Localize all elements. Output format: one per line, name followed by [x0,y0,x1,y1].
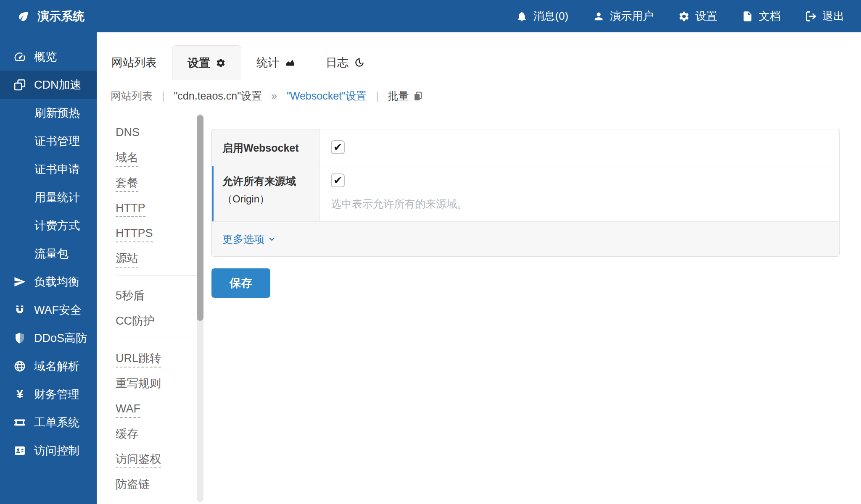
app-brand: 演示系统 [17,8,85,24]
more-options-link[interactable]: 更多选项 [222,232,275,246]
sidebar-item-label: 流量包 [34,246,69,261]
menu-divider [116,338,199,338]
allow-origins-label: 允许所有来源域 [222,173,319,189]
breadcrumb-site-settings[interactable]: "cdn.teaos.cn"设置 [174,89,262,103]
sidebar-item-traffic-pack[interactable]: 流量包 [0,239,97,268]
main-content: 网站列表 设置 统计 日志 网站列表 | "cdn.teaos.cn"设置 » … [97,32,861,504]
topbar-settings[interactable]: 设置 [678,9,717,24]
sidebar-item-load-balance[interactable]: 负载均衡 [0,268,97,296]
more-options-label: 更多选项 [222,232,264,246]
sidebar-item-dns-resolve[interactable]: 域名解析 [0,352,97,380]
topbar-messages-label: 消息(0) [533,9,568,24]
sidebar-item-label: 财务管理 [34,387,79,402]
tab-label: 设置 [188,55,210,71]
bell-icon [516,10,528,22]
panel-footer: 更多选项 [212,222,839,256]
tab-stats[interactable]: 统计 [241,45,311,80]
sidebar-item-access-control[interactable]: 访问控制 [0,436,97,465]
user-icon [593,10,605,22]
history-icon [354,57,365,68]
sidebar-item-cdn[interactable]: CDN加速 [0,71,97,99]
gauge-icon [13,50,27,63]
sidebar-item-tickets[interactable]: 工单系统 [0,408,97,436]
gear-icon [216,58,226,68]
menu-divider [116,275,199,276]
sidebar-item-label: 刷新预热 [34,105,80,121]
sidebar-item-ddos[interactable]: DDoS高防 [0,324,97,352]
gear-icon [678,10,690,22]
form-label-cell: 允许所有来源域 （Origin） [212,166,320,221]
brand-label: 演示系统 [37,8,85,24]
sidebar-item-usage-stats[interactable]: 用量统计 [0,183,97,211]
tab-logs[interactable]: 日志 [311,45,380,80]
sidebar-item-waf[interactable]: WAF安全 [0,296,97,324]
form-value-cell: ✔ [320,129,839,166]
chevron-down-icon [268,236,275,243]
settings-panel: 启用Websocket ✔ 允许所有来源域 （Origin） [211,129,840,257]
settings-menu: DNS 域名 套餐 HTTP HTTPS 源站 5秒盾 CC防护 URL跳转 重… [111,124,211,502]
allow-origins-help: 选中表示允许所有的来源域。 [331,197,839,211]
sidebar-item-label: DDoS高防 [34,331,87,346]
sidebar-item-label: 证书申请 [34,162,80,177]
document-icon [742,10,753,22]
tab-settings[interactable]: 设置 [172,45,241,80]
batch-label: 批量 [388,89,409,103]
topbar: 演示系统 消息(0) 演示用户 设置 文档 [0,0,861,32]
ticket-icon [13,416,27,429]
sidebar-item-finance[interactable]: ¥ 财务管理 [0,380,97,408]
globe-icon [13,360,27,373]
allow-all-origins-checkbox[interactable]: ✔ [331,173,345,187]
checkmark-icon: ✔ [333,142,342,152]
topbar-logout-label: 退出 [822,9,844,24]
save-button[interactable]: 保存 [211,268,270,298]
sidebar-item-refresh-preheat[interactable]: 刷新预热 [0,99,97,127]
checkmark-icon: ✔ [333,175,342,186]
topbar-settings-label: 设置 [695,9,717,24]
yen-icon: ¥ [13,387,27,401]
shield-icon [13,332,27,344]
form-label-cell: 启用Websocket [212,129,320,166]
leaf-icon [17,10,30,23]
settings-menu-scrollbar[interactable] [197,114,203,502]
sidebar-item-label: 证书管理 [34,134,80,149]
sidebar-item-label: 访问控制 [34,443,79,458]
sidebar-item-overview[interactable]: 概览 [0,42,97,71]
id-card-icon [13,444,27,457]
breadcrumb-site-list[interactable]: 网站列表 [111,89,153,103]
sidebar-item-label: WAF安全 [34,302,82,318]
magnet-icon [13,304,27,316]
sidebar-item-cert-apply[interactable]: 证书申请 [0,155,97,183]
websocket-form: 启用Websocket ✔ 允许所有来源域 （Origin） [211,129,840,502]
enable-websocket-checkbox[interactable]: ✔ [331,140,345,154]
breadcrumb: 网站列表 | "cdn.teaos.cn"设置 » "Websocket"设置 … [111,80,840,111]
form-row-enable-websocket: 启用Websocket ✔ [212,129,839,166]
sidebar-item-label: CDN加速 [34,77,82,92]
tab-label: 统计 [256,55,279,70]
sidebar-item-label: 用量统计 [34,190,80,205]
sidebar-item-cert-manage[interactable]: 证书管理 [0,127,97,155]
sidebar-item-billing[interactable]: 计费方式 [0,211,97,239]
breadcrumb-current[interactable]: "Websocket"设置 [286,89,367,103]
breadcrumb-batch[interactable]: 批量 [388,89,423,103]
tab-label: 网站列表 [111,55,157,70]
allow-origins-sublabel: （Origin） [222,192,319,206]
topbar-logout[interactable]: 退出 [805,9,844,24]
enable-websocket-label: 启用Websocket [222,140,299,155]
form-value-cell: ✔ 选中表示允许所有的来源域。 [320,166,839,221]
topbar-messages[interactable]: 消息(0) [516,9,568,24]
topbar-user[interactable]: 演示用户 [593,9,654,24]
breadcrumb-separator: » [271,90,277,102]
clone-icon [13,79,27,91]
copy-icon [413,91,423,101]
topbar-docs[interactable]: 文档 [742,9,781,24]
paper-plane-icon [13,276,27,288]
chart-area-icon [285,57,296,68]
logout-icon [805,10,817,22]
scrollbar-thumb[interactable] [197,115,203,321]
tab-bar: 网站列表 设置 统计 日志 [111,45,840,80]
topbar-user-label: 演示用户 [610,9,654,24]
sidebar: 概览 CDN加速 刷新预热 证书管理 证书申请 用量统计 计费方式 流量包 负载… [0,32,97,504]
tab-site-list[interactable]: 网站列表 [111,45,172,80]
topbar-menu: 消息(0) 演示用户 设置 文档 退出 [516,9,844,24]
sidebar-item-label: 负载均衡 [34,274,79,289]
